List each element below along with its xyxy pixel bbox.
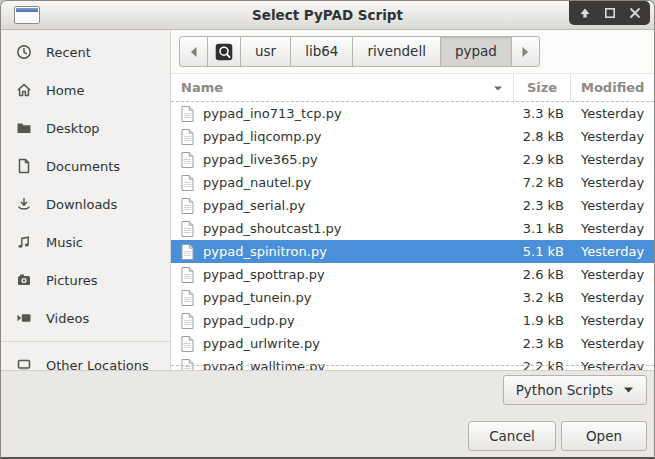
- file-row[interactable]: pypad_tunein.py3.2 kBYesterday: [171, 286, 654, 309]
- chevron-left-icon: [189, 46, 198, 58]
- file-row[interactable]: pypad_spinitron.py5.1 kBYesterday: [171, 240, 654, 263]
- sidebar-item-label: Music: [46, 235, 83, 250]
- camera-icon: [16, 272, 32, 288]
- sidebar-item-home[interactable]: Home: [1, 71, 170, 109]
- chevron-down-icon: [623, 386, 634, 394]
- file-modified: Yesterday: [571, 152, 654, 167]
- file-size: 2.6 kB: [514, 267, 571, 282]
- file-name: pypad_walltime.py: [203, 359, 325, 370]
- column-header-size[interactable]: Size: [514, 74, 571, 101]
- action-area: Python Scripts Cancel Open: [1, 370, 654, 459]
- open-button[interactable]: Open: [561, 421, 647, 451]
- music-icon: [16, 234, 32, 250]
- file-name: pypad_spinitron.py: [203, 244, 327, 259]
- file-icon: [181, 129, 194, 145]
- file-modified: Yesterday: [571, 313, 654, 328]
- sidebar-item-label: Documents: [46, 159, 120, 174]
- path-crumb-pypad[interactable]: pypad: [440, 36, 512, 67]
- file-icon: [181, 175, 194, 191]
- file-size: 3.3 kB: [514, 106, 571, 121]
- filter-label: Python Scripts: [516, 382, 613, 398]
- sidebar-item-other-locations[interactable]: Other Locations: [1, 346, 170, 370]
- sidebar-item-recent[interactable]: Recent: [1, 33, 170, 71]
- sidebar-item-pictures[interactable]: Pictures: [1, 261, 170, 299]
- sidebar-item-label: Recent: [46, 45, 91, 60]
- file-row[interactable]: pypad_liqcomp.py2.8 kBYesterday: [171, 125, 654, 148]
- clock-icon: [16, 44, 32, 60]
- chevron-right-icon: [521, 46, 530, 58]
- path-crumb-lib64[interactable]: lib64: [290, 36, 353, 67]
- file-row[interactable]: pypad_nautel.py7.2 kBYesterday: [171, 171, 654, 194]
- file-modified: Yesterday: [571, 244, 654, 259]
- column-label: Size: [527, 80, 557, 95]
- crumb-label: lib64: [305, 37, 338, 66]
- column-header-name[interactable]: Name: [171, 74, 514, 101]
- path-crumb-usr[interactable]: usr: [240, 36, 291, 67]
- file-modified: Yesterday: [571, 175, 654, 190]
- file-modified: Yesterday: [571, 221, 654, 236]
- file-name: pypad_udp.py: [203, 313, 295, 328]
- file-name-cell: pypad_udp.py: [171, 313, 514, 329]
- file-row[interactable]: pypad_ino713_tcp.py3.3 kBYesterday: [171, 102, 654, 125]
- places-sidebar: RecentHomeDesktopDocumentsDownloadsMusic…: [1, 30, 171, 370]
- dialog-body: RecentHomeDesktopDocumentsDownloadsMusic…: [1, 30, 654, 370]
- arrow-up-icon: [579, 7, 591, 19]
- path-scroll-right-button[interactable]: [511, 36, 540, 67]
- sidebar-item-documents[interactable]: Documents: [1, 147, 170, 185]
- file-row[interactable]: pypad_udp.py1.9 kBYesterday: [171, 309, 654, 332]
- file-name: pypad_spottrap.py: [203, 267, 325, 282]
- path-crumb-rivendell[interactable]: rivendell: [352, 36, 441, 67]
- file-modified: Yesterday: [571, 198, 654, 213]
- file-name-cell: pypad_liqcomp.py: [171, 129, 514, 145]
- file-name-cell: pypad_urlwrite.py: [171, 336, 514, 352]
- video-icon: [16, 310, 32, 326]
- file-name: pypad_ino713_tcp.py: [203, 106, 342, 121]
- file-name: pypad_shoutcast1.py: [203, 221, 342, 236]
- file-icon: [181, 267, 194, 283]
- sidebar-item-label: Videos: [46, 311, 89, 326]
- close-button[interactable]: [622, 2, 647, 24]
- file-row[interactable]: pypad_urlwrite.py2.3 kBYesterday: [171, 332, 654, 355]
- file-icon: [181, 106, 194, 122]
- sidebar-item-label: Pictures: [46, 273, 97, 288]
- titlebar[interactable]: Select PyPAD Script: [1, 1, 654, 30]
- download-icon: [16, 196, 32, 212]
- maximize-button[interactable]: [597, 2, 622, 24]
- file-modified: Yesterday: [571, 267, 654, 282]
- column-header-modified[interactable]: Modified: [571, 74, 654, 101]
- file-row[interactable]: pypad_serial.py2.3 kBYesterday: [171, 194, 654, 217]
- sidebar-item-videos[interactable]: Videos: [1, 299, 170, 337]
- file-name-cell: pypad_spinitron.py: [171, 244, 514, 260]
- path-scroll-left-button[interactable]: [179, 36, 208, 67]
- harddisk-icon: [215, 43, 233, 61]
- home-icon: [16, 82, 32, 98]
- sidebar-item-label: Home: [46, 83, 84, 98]
- file-icon: [181, 198, 194, 214]
- content-pane: usrlib64rivendellpypad Name Size Modifie…: [171, 30, 654, 370]
- file-icon: [181, 290, 194, 306]
- sidebar-item-music[interactable]: Music: [1, 223, 170, 261]
- file-name-cell: pypad_walltime.py: [171, 359, 514, 371]
- file-row[interactable]: pypad_live365.py2.9 kBYesterday: [171, 148, 654, 171]
- file-modified: Yesterday: [571, 336, 654, 351]
- sidebar-item-downloads[interactable]: Downloads: [1, 185, 170, 223]
- file-row[interactable]: pypad_walltime.py2.2 kBYesterday: [171, 355, 654, 370]
- sidebar-item-desktop[interactable]: Desktop: [1, 109, 170, 147]
- file-name: pypad_serial.py: [203, 198, 305, 213]
- file-name: pypad_tunein.py: [203, 290, 311, 305]
- filesystem-root-button[interactable]: [207, 36, 241, 67]
- file-row[interactable]: pypad_spottrap.py2.6 kBYesterday: [171, 263, 654, 286]
- file-row[interactable]: pypad_shoutcast1.py3.1 kBYesterday: [171, 217, 654, 240]
- file-modified: Yesterday: [571, 290, 654, 305]
- sort-descending-icon: [493, 80, 503, 95]
- cancel-button[interactable]: Cancel: [468, 421, 556, 451]
- sidebar-item-label: Downloads: [46, 197, 117, 212]
- file-filter-dropdown[interactable]: Python Scripts: [503, 375, 647, 405]
- document-icon: [16, 158, 32, 174]
- window-title: Select PyPAD Script: [1, 1, 654, 29]
- file-name-cell: pypad_nautel.py: [171, 175, 514, 191]
- column-label: Modified: [581, 80, 644, 95]
- shade-button[interactable]: [572, 2, 597, 24]
- file-icon: [181, 244, 194, 260]
- column-header-row: Name Size Modified: [171, 74, 654, 102]
